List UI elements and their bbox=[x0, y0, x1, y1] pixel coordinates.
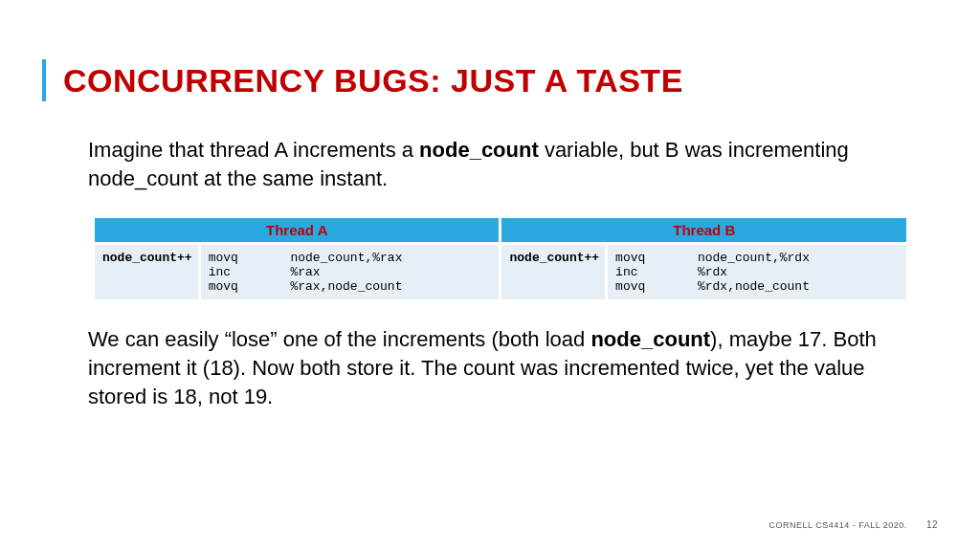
slide: CONCURRENCY BUGS: JUST A TASTE Imagine t… bbox=[0, 0, 980, 551]
code-table-wrap: Thread A Thread B node_count++ movq node… bbox=[92, 215, 909, 302]
header-thread-a: Thread A bbox=[94, 217, 501, 244]
code-table: Thread A Thread B node_count++ movq node… bbox=[92, 215, 909, 302]
title-accent-bar bbox=[42, 59, 46, 101]
intro-paragraph: Imagine that thread A increments a node_… bbox=[88, 136, 909, 192]
table-header-row: Thread A Thread B bbox=[94, 217, 908, 244]
explain-text-pre: We can easily “lose” one of the incremen… bbox=[88, 327, 590, 351]
slide-footer: CORNELL CS4414 - FALL 2020. 12 bbox=[768, 519, 938, 530]
intro-text-pre: Imagine that thread A increments a bbox=[88, 138, 419, 162]
table-row: node_count++ movq node_count,%rax inc %r… bbox=[94, 244, 908, 301]
footer-page-number: 12 bbox=[926, 519, 938, 530]
title-wrap: CONCURRENCY BUGS: JUST A TASTE bbox=[42, 59, 938, 101]
intro-text-bold: node_count bbox=[419, 138, 539, 162]
cell-b-asm: movq node_count,%rdx inc %rdx movq %rdx,… bbox=[607, 244, 908, 301]
footer-course: CORNELL CS4414 - FALL 2020. bbox=[768, 520, 906, 530]
cell-b-code: node_count++ bbox=[501, 244, 607, 301]
cell-a-code: node_count++ bbox=[94, 244, 200, 301]
cell-a-asm: movq node_count,%rax inc %rax movq %rax,… bbox=[199, 244, 501, 301]
header-thread-b: Thread B bbox=[501, 217, 908, 244]
slide-title: CONCURRENCY BUGS: JUST A TASTE bbox=[63, 62, 683, 99]
explain-text-bold: node_count bbox=[590, 327, 710, 351]
explain-paragraph: We can easily “lose” one of the incremen… bbox=[88, 325, 909, 410]
